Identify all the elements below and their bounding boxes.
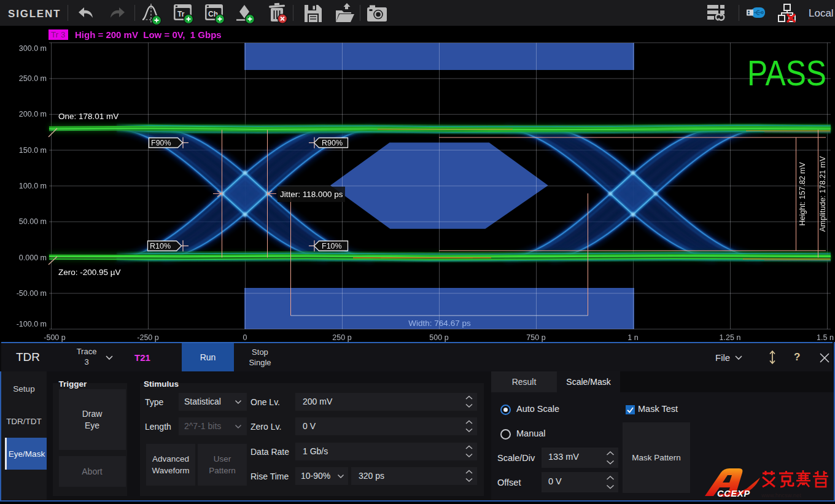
svg-text:F90%: F90% xyxy=(151,139,171,147)
svg-text:PASS: PASS xyxy=(747,53,826,93)
svg-text:-250 p: -250 p xyxy=(137,333,158,342)
svg-text:-500 p: -500 p xyxy=(44,333,65,342)
svg-text:High = 200 mV Low = 0V, 1 Gb: High = 200 mV Low = 0V, 1 Gbps xyxy=(75,29,222,40)
svg-text:-50.00 m: -50.00 m xyxy=(17,289,47,298)
svg-text:1 n: 1 n xyxy=(627,333,638,342)
svg-text:1.5 n: 1.5 n xyxy=(817,333,834,342)
svg-text:500 p: 500 p xyxy=(429,333,448,342)
svg-text:Jitter: 118.000 ps: Jitter: 118.000 ps xyxy=(280,190,343,199)
svg-text:Amplitude: 178.21 mV: Amplitude: 178.21 mV xyxy=(818,156,827,232)
svg-text:R10%: R10% xyxy=(150,242,171,250)
svg-text:Height: 157.82 mV: Height: 157.82 mV xyxy=(798,162,807,226)
svg-text:250.0 m: 250.0 m xyxy=(19,74,47,83)
svg-text:300.0 m: 300.0 m xyxy=(19,44,47,53)
svg-text:-100.0 m: -100.0 m xyxy=(17,320,47,328)
svg-text:One: 178.01 mV: One: 178.01 mV xyxy=(58,112,118,121)
svg-text:············: ············ xyxy=(761,486,796,492)
svg-text:Zero: -200.95 µV: Zero: -200.95 µV xyxy=(58,268,121,277)
svg-text:100.0 m: 100.0 m xyxy=(19,182,47,190)
svg-text:Local: Local xyxy=(809,7,834,19)
svg-text:SIGLENT: SIGLENT xyxy=(8,8,61,20)
svg-text:1.25 n: 1.25 n xyxy=(720,333,741,342)
svg-text:200.0 m: 200.0 m xyxy=(19,110,47,118)
svg-text:Width: 764.67 ps: Width: 764.67 ps xyxy=(408,319,471,328)
svg-text:CCEXP: CCEXP xyxy=(717,489,750,498)
svg-text:0.000 m: 0.000 m xyxy=(19,254,47,262)
svg-text:50.00 m: 50.00 m xyxy=(19,217,47,226)
svg-text:www.hncsw.net: www.hncsw.net xyxy=(761,492,801,498)
svg-text:Tr: Tr xyxy=(177,10,185,18)
svg-text:750 p: 750 p xyxy=(526,333,545,342)
svg-text:0: 0 xyxy=(243,333,247,342)
svg-text:250 p: 250 p xyxy=(332,333,351,342)
svg-text:Tr 3: Tr 3 xyxy=(51,30,66,39)
svg-text:F10%: F10% xyxy=(322,242,342,250)
svg-text:150.0 m: 150.0 m xyxy=(19,146,47,155)
svg-text:R90%: R90% xyxy=(322,139,343,147)
